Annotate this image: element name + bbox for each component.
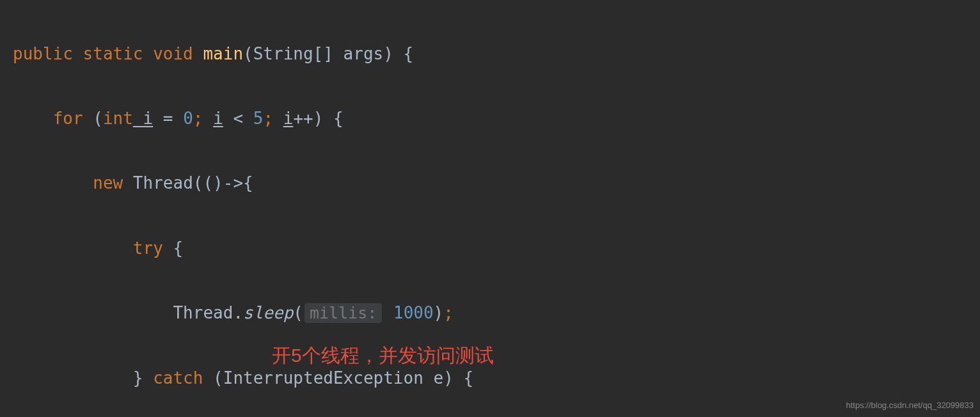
param-hint-millis: millis:: [304, 303, 382, 323]
var-i-cond: i: [213, 109, 223, 128]
code-line-1: public static void main(String[] args) {: [13, 38, 980, 70]
keyword-int: int: [103, 109, 133, 128]
var-i-inc: i: [283, 109, 294, 128]
var-i-decl: i: [133, 109, 153, 128]
number-5: 5: [253, 109, 264, 128]
class-thread-ref: Thread: [173, 303, 233, 322]
keyword-try: try: [133, 239, 163, 258]
annotation-comment: 开5个线程，并发访问测试: [272, 337, 494, 375]
method-sleep: sleep: [243, 303, 293, 322]
code-line-6: } catch (InterruptedException e) {: [13, 362, 980, 395]
class-thread: Thread: [133, 173, 193, 193]
method-name-main: main: [203, 44, 243, 63]
param-args: String[] args: [253, 44, 384, 63]
code-line-4: try {: [13, 232, 980, 265]
code-line-5: Thread.sleep(millis: 1000);: [13, 297, 980, 329]
number-1000: 1000: [393, 303, 434, 322]
keyword-for: for: [53, 109, 83, 128]
number-0: 0: [183, 109, 193, 128]
keyword-new: new: [93, 173, 123, 193]
code-line-2: for (int i = 0; i < 5; i++) {: [13, 102, 980, 135]
watermark-text: https://blog.csdn.net/qq_32099833: [846, 397, 974, 413]
keyword-catch: catch: [153, 368, 203, 388]
code-line-3: new Thread(()->{: [13, 167, 980, 200]
keyword-public-static-void: public static void: [13, 44, 193, 63]
